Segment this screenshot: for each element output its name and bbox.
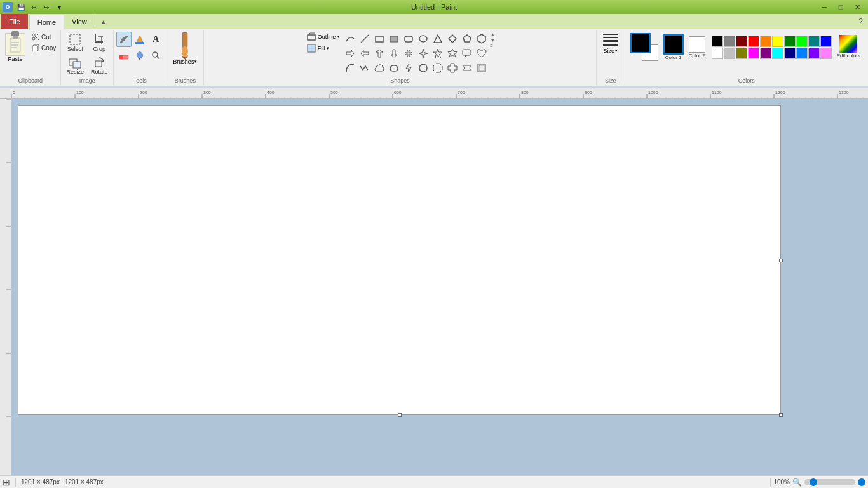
frame-shape-button[interactable]: [475, 61, 489, 75]
zoom-slider[interactable]: [804, 479, 855, 485]
color-cell[interactable]: [808, 48, 820, 59]
circle-shape-button[interactable]: [416, 61, 430, 75]
color-cell[interactable]: [736, 36, 747, 47]
ribbon-shape-button[interactable]: [460, 61, 474, 75]
size-button[interactable]: Size ▾: [599, 32, 622, 57]
arrow-down-shape-button[interactable]: [387, 46, 401, 60]
resize-handle-right[interactable]: [779, 259, 783, 262]
cut-button[interactable]: Cut: [29, 32, 58, 42]
lightning-shape-button[interactable]: [402, 61, 416, 75]
curve-shape-button[interactable]: [343, 32, 357, 46]
edit-colors-button[interactable]: Edit colors: [834, 34, 863, 60]
undo-quickaccess-button[interactable]: ↩: [28, 1, 39, 13]
shapes-scroll-up-button[interactable]: ▲: [490, 32, 495, 37]
color-cell[interactable]: [772, 36, 783, 47]
color-cell[interactable]: [748, 36, 759, 47]
ellipse-shape-button[interactable]: [416, 32, 430, 46]
brushes-button[interactable]: Brushes ▾: [169, 32, 201, 66]
color1-area[interactable]: [630, 33, 651, 53]
color-cell[interactable]: [796, 36, 808, 47]
rect-shape-button[interactable]: [372, 32, 386, 46]
color-cell[interactable]: [784, 48, 796, 59]
color-cell[interactable]: [796, 48, 808, 59]
rect-filled-shape-button[interactable]: [387, 32, 401, 46]
arrow-up-shape-button[interactable]: [372, 46, 386, 60]
cross-shape-button[interactable]: [445, 61, 459, 75]
resize-handle-bottom[interactable]: [398, 413, 402, 417]
color-cell[interactable]: [760, 48, 771, 59]
shapes-scroll-down-button[interactable]: ▼: [490, 37, 495, 43]
text-tool-button[interactable]: A: [148, 32, 163, 47]
callout-shape-button[interactable]: [460, 46, 474, 60]
save-quickaccess-button[interactable]: 💾: [15, 1, 27, 13]
arrow-left-shape-button[interactable]: [358, 46, 372, 60]
ribbon-collapse-button[interactable]: ▲: [95, 17, 112, 27]
hexagon-shape-button[interactable]: [475, 32, 489, 46]
shapes-scroll-all-button[interactable]: ≡: [490, 43, 495, 49]
color-cell[interactable]: [724, 36, 735, 47]
fill-tool-button[interactable]: [132, 32, 147, 47]
quickaccess-dropdown-button[interactable]: ▾: [53, 1, 65, 13]
color-cell[interactable]: [724, 48, 735, 59]
tab-home[interactable]: Home: [29, 15, 64, 30]
octagon-shape-button[interactable]: [431, 61, 445, 75]
minimize-button[interactable]: ─: [816, 1, 832, 13]
pencil-tool-button[interactable]: [116, 32, 132, 47]
svg-marker-45: [346, 50, 354, 57]
close-button[interactable]: ✕: [849, 1, 865, 13]
color-cell[interactable]: [808, 36, 820, 47]
round-rect-shape-button[interactable]: [402, 32, 416, 46]
brushes-dropdown-icon[interactable]: ▾: [194, 59, 197, 64]
star6-shape-button[interactable]: [445, 46, 459, 60]
zoom-thumb[interactable]: [858, 478, 865, 486]
color-cell[interactable]: [736, 48, 747, 59]
star4-shape-button[interactable]: [416, 46, 430, 60]
magnifier-tool-button[interactable]: [148, 48, 163, 63]
svg-text:600: 600: [394, 90, 402, 95]
resize-handle-corner[interactable]: [779, 413, 783, 417]
color-cell[interactable]: [712, 48, 723, 59]
tab-file[interactable]: File: [1, 14, 28, 29]
color1-button[interactable]: Color 1: [663, 34, 684, 60]
zoom-out-icon[interactable]: 🔍: [792, 478, 802, 487]
help-button[interactable]: ?: [853, 16, 868, 27]
pentagon-shape-button[interactable]: [460, 32, 474, 46]
clipboard-group: Paste Cut: [0, 30, 61, 85]
crop-button[interactable]: Crop: [88, 32, 111, 53]
heart-shape-button[interactable]: [475, 46, 489, 60]
paint-canvas[interactable]: [18, 105, 781, 415]
canvas-area[interactable]: [11, 99, 868, 475]
triangle-shape-button[interactable]: [431, 32, 445, 46]
color-cell[interactable]: [760, 36, 771, 47]
arc-shape-button[interactable]: [343, 61, 357, 75]
color-cell[interactable]: [820, 36, 832, 47]
copy-button[interactable]: Copy: [29, 43, 58, 53]
color-picker-tool-button[interactable]: [132, 48, 147, 63]
eraser-tool-button[interactable]: [116, 48, 132, 63]
zigzag-shape-button[interactable]: [358, 61, 372, 75]
tab-view[interactable]: View: [64, 14, 95, 29]
color-cell[interactable]: [772, 48, 783, 59]
color-cell[interactable]: [712, 36, 723, 47]
color-cell[interactable]: [820, 48, 832, 59]
star5-shape-button[interactable]: [431, 46, 445, 60]
4arrow-shape-button[interactable]: [402, 46, 416, 60]
color2-button[interactable]: Color 2: [689, 36, 705, 58]
select-button[interactable]: Select: [64, 32, 86, 53]
shapes-scroll-control[interactable]: ▲ ▼ ≡: [490, 32, 495, 49]
redo-quickaccess-button[interactable]: ↪: [41, 1, 52, 13]
color-cell[interactable]: [784, 36, 796, 47]
outline-button[interactable]: Outline ▾: [305, 32, 342, 42]
resize-button[interactable]: Resize: [64, 55, 86, 76]
diamond-shape-button[interactable]: [445, 32, 459, 46]
cloud-shape-button[interactable]: [372, 61, 386, 75]
maximize-button[interactable]: □: [832, 1, 849, 13]
fill-button[interactable]: Fill ▾: [305, 43, 342, 53]
rotate-button[interactable]: Rotate: [88, 55, 111, 76]
paste-button[interactable]: Paste: [3, 32, 28, 64]
color-cell[interactable]: [748, 48, 759, 59]
svg-line-36: [361, 35, 369, 43]
round-rect2-shape-button[interactable]: [387, 61, 401, 75]
line-shape-button[interactable]: [358, 32, 372, 46]
arrow-right-shape-button[interactable]: [343, 46, 357, 60]
